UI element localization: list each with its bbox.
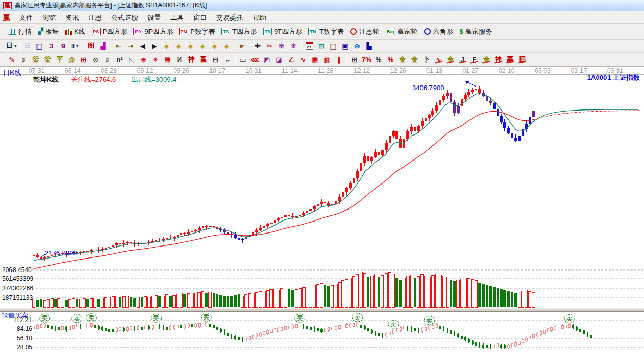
p-number-table-button[interactable]: PNP数字表 [176,26,218,38]
gann-circle-button[interactable]: ⊕ [138,54,150,65]
percent-7-button[interactable]: 7% [361,54,373,65]
fan-rays-button[interactable]: ⋘ [249,54,261,65]
p-square-button[interactable]: PSP四方形 [89,26,131,38]
wave-line-button[interactable]: ∿ [432,54,444,65]
gold-circle-button[interactable]: 金 [397,54,408,65]
menu-help[interactable]: 帮助 [248,11,271,24]
sectors-button[interactable]: ▞板块 [35,26,62,38]
span-arrows-button[interactable]: ↔ [221,54,233,65]
expand-h-button[interactable]: ◈ [184,41,196,51]
menu-window[interactable]: 窗口 [189,11,212,24]
tick-ruler-button[interactable]: ♯ [102,54,114,65]
circle-ruler-button[interactable]: ⊙ [90,54,102,65]
chart-canvas[interactable]: 卖卖卖卖卖卖卖卖卖卖 [0,67,644,356]
percent-button[interactable]: % [373,54,385,65]
qiankun-kline-button[interactable]: 图 [85,41,97,51]
fan-box-2-button[interactable]: ◪ [273,54,285,65]
notes-button[interactable]: ▤ [327,41,339,51]
calculator-button[interactable]: ⊞ [315,41,327,51]
gann-tool-1-button[interactable]: ✾ [276,41,288,51]
percent-line-button[interactable]: % [385,54,397,65]
pane-splitter[interactable] [0,308,644,312]
ruler-lines-button[interactable]: ♯ [18,54,30,65]
scale-tool-button[interactable]: ⊞ [349,54,361,65]
k-quote-button[interactable]: И [174,54,185,65]
fan-box-1-button[interactable]: ◩ [261,54,273,65]
gann-web-button[interactable]: ▦ [162,54,174,65]
gold-angle-button[interactable]: 金 [444,54,456,65]
pointer-draw-button[interactable]: ✎ [6,54,18,65]
t-number-table-button[interactable]: TNT数字表 [305,26,347,38]
menu-browse[interactable]: 浏览 [38,11,60,24]
period-daily-button[interactable]: 日▼ [6,41,18,51]
winner-service-button[interactable]: $赢家服务 [456,26,496,38]
span-arrows-icon: ↔ [224,56,231,64]
menu-settings[interactable]: 设置 [143,11,166,24]
ruler-123-button[interactable]: ⊟ [209,54,221,65]
menu-trade-order[interactable]: 交易委托 [212,11,248,24]
t-square-button[interactable]: TST四方形 [218,26,260,38]
next-bar-button[interactable]: ▶ [148,41,160,51]
overlay-3-button[interactable]: 3 [45,41,57,51]
gann-star-button[interactable]: ✳ [150,54,162,65]
zoom-out-h-button[interactable]: ◈ [160,41,172,51]
candle-style-button[interactable]: ǁ▼ [69,41,81,51]
gann-tool-2-button[interactable]: ❋ [288,41,300,51]
zoom-in-h-button[interactable]: ◈ [172,41,184,51]
angle-tool-button[interactable]: ◺ [126,54,138,65]
calendar-button[interactable]: 21 [303,41,315,51]
zigzag-button[interactable]: ∿ [297,54,309,65]
overlay-9-button[interactable]: 9 [57,41,69,51]
si-angle-button[interactable]: 四 [516,54,528,65]
shen-angle-button[interactable]: 神 [492,54,504,65]
pencil-grid-button[interactable]: ⊞ [78,54,90,65]
expand-v-button[interactable]: ◈ [208,41,220,51]
hatch-button[interactable]: ∥ [333,54,345,65]
candle-pencil-button[interactable]: 卜 [420,54,432,65]
j-angle-button[interactable]: J [456,54,468,65]
quotes-button[interactable]: 行情 [6,26,35,38]
hexagon-button[interactable]: 六角形 [421,26,456,38]
date-label: 03-17 [571,67,587,75]
last-page-button[interactable]: ⇥ [125,41,137,51]
info-panel-button[interactable]: ▤ [33,41,45,51]
prev-bar-button[interactable]: ◀ [137,41,148,51]
jin-angle-button[interactable]: 金 [480,54,492,65]
color-chart-button[interactable]: ▟ [97,41,109,51]
menu-news[interactable]: 资讯 [60,11,83,24]
cut-tool-button[interactable]: ✂ [264,41,276,51]
hand-drag-button[interactable]: ☛ [236,41,248,51]
grid-red-1-button[interactable]: ▦ [309,54,321,65]
winner-wheel-button[interactable]: Big赢家轮 [382,26,421,38]
spiral-tool-button[interactable]: @ [66,54,78,65]
menu-file[interactable]: 文件 [15,11,38,24]
export-button[interactable]: ⊛ [351,41,363,51]
expand-all-button[interactable]: ◈ [220,41,232,51]
window-layout-button[interactable]: ☷ [21,41,33,51]
angle-lines-button[interactable]: ∠ [285,54,297,65]
snapshot-button[interactable]: ▙ [363,41,375,51]
save-button[interactable]: ▣ [339,41,351,51]
gold-grid-1-button[interactable]: 釜 [30,54,42,65]
f-angle-button[interactable]: F [468,54,480,65]
gann-wheel-button[interactable]: 江恩轮 [347,26,382,38]
shen-tool-button[interactable]: 神 [185,54,197,65]
n-square-button[interactable]: n² [114,54,126,65]
crosshair-button[interactable]: ✚ [252,41,264,51]
menu-formula-stock-pick[interactable]: 公式选股 [106,11,143,24]
compress-h-button[interactable]: ◈ [196,41,208,51]
gold-line-button[interactable]: 金 [408,54,420,65]
ying-angle-button[interactable]: 赢 [504,54,516,65]
menu-tools[interactable]: 工具 [166,11,189,24]
frame-tool-button[interactable]: ▭ [237,54,249,65]
ying-tool-button[interactable]: 赢 [197,54,209,65]
gold-grid-2-button[interactable]: 釜 [42,54,54,65]
flat-tool-button[interactable]: 平 [54,54,66,65]
9p-square-button[interactable]: P99P四方形 [130,26,176,38]
kline-button[interactable]: K线 [62,26,89,38]
grid-red-2-button[interactable]: ▩ [321,54,333,65]
menu-gann[interactable]: 江恩 [83,11,106,24]
9t-square-button[interactable]: T99T四方形 [260,26,305,38]
date-label: 11-14 [282,67,298,75]
first-page-button[interactable]: ⇤ [113,41,125,51]
